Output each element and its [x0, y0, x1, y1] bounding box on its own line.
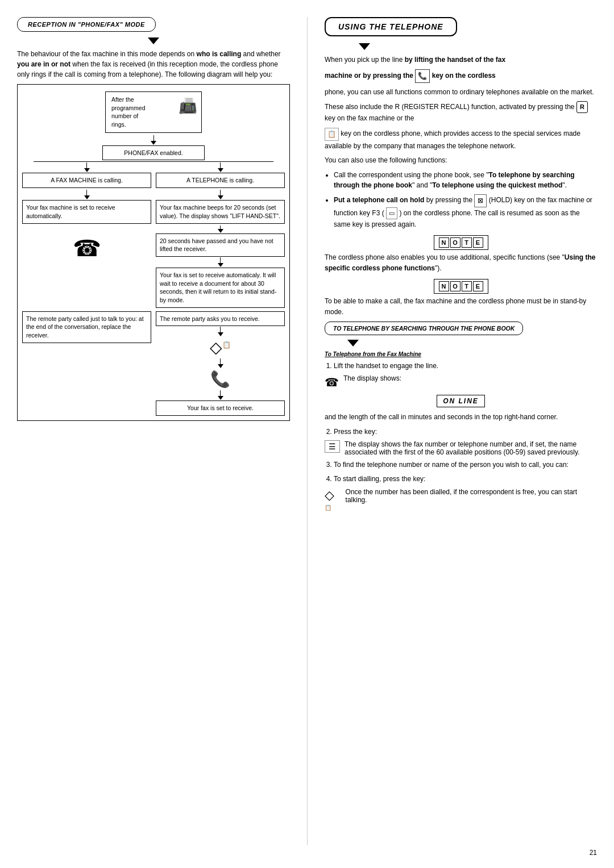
hold-key-icon: ⊠: [474, 194, 487, 207]
branch-fax-body: Your fax machine is set to receive autom…: [22, 200, 151, 223]
right-chevron-icon: [359, 43, 370, 50]
dial-key-icon: ◇📋: [210, 338, 231, 357]
handset-icon: ☎: [325, 375, 339, 389]
para-also-use: You can also use the following functions…: [325, 155, 597, 166]
steps-list-2: Press the key:: [334, 427, 597, 437]
flowchart: After the programmed number of rings. 📠 …: [17, 84, 290, 421]
right-column: Using the Telephone When you pick up the…: [325, 17, 597, 845]
on-line-display: ON LINE: [437, 395, 485, 407]
bottom-left-box: The remote party called just to talk to …: [22, 311, 151, 343]
branch-tel-header: A TELEPHONE is calling.: [156, 173, 285, 188]
note2-t: T: [462, 281, 472, 291]
function-list: Call the correspondent using the phone b…: [334, 170, 597, 229]
step-3: To find the telephone number or name of …: [334, 460, 597, 470]
recall-key-icon: 📋: [325, 128, 339, 141]
step-2: Press the key:: [334, 427, 597, 437]
column-divider: [307, 17, 308, 845]
left-intro: The behaviour of the fax machine in this…: [17, 49, 290, 80]
bullet-phonebook: Call the correspondent using the phone b…: [334, 170, 597, 191]
bullet-hold: Put a telephone call on hold by pressing…: [334, 194, 597, 229]
f3-key-icon: ▭: [386, 207, 397, 219]
sub-header-fax-machine: To Telephone from the Fax Machine: [325, 351, 597, 357]
bottom-right-box: The remote party asks you to receive.: [156, 311, 285, 327]
right-section-header: Using the Telephone: [325, 17, 457, 36]
step-1: Lift the handset to engage the line.: [334, 361, 597, 372]
display-shows-row: ☎ The display shows:: [325, 374, 597, 389]
note1-t: T: [462, 237, 472, 248]
step2-icon-row: ☰ The display shows the fax number or te…: [325, 440, 597, 456]
cordless-key-icon: 📞: [415, 69, 430, 83]
left-section-header: Reception in "Phone/Fax" Mode: [17, 17, 156, 32]
note1-text: The cordless phone also enables you to u…: [325, 252, 597, 273]
branch-tel-body: Your fax machine beeps for 20 seconds (s…: [156, 200, 285, 223]
note1-e: E: [473, 237, 483, 248]
phone-fax-enabled-box: PHONE/FAX enabled.: [102, 145, 205, 161]
menu-key-icon: ☰: [325, 440, 340, 453]
note2-e: E: [473, 281, 483, 291]
flowchart-top-box: After the programmed number of rings. 📠: [105, 91, 202, 133]
steps-list-4: To start dialling, press the key:: [334, 474, 597, 485]
note-box-1: N O T E: [325, 235, 597, 250]
receive-icon: 📞: [210, 370, 230, 389]
page-number: 21: [590, 849, 597, 857]
steps-list-3: To find the telephone number or name of …: [334, 460, 597, 470]
sub-header-phonebook: To Telephone by Searching Through the Ph…: [325, 322, 523, 335]
note1-o: O: [450, 237, 460, 248]
sub-header-chevron: [347, 340, 359, 347]
mid-note-box: 20 seconds have passed and you have not …: [156, 233, 285, 257]
dial-icon: ◇📋: [325, 488, 341, 518]
note2-n: N: [439, 281, 449, 291]
mid-body-box: Your fax is set to receive automaticaly.…: [156, 268, 285, 308]
para-lift-handset: When you pick up the line by lifting the…: [325, 55, 597, 65]
para-register-recall: These also include the R (REGISTER RECAL…: [325, 101, 597, 124]
para-key-cordless: machine or by pressing the 📞 key on the …: [325, 69, 597, 83]
note2-text: To be able to make a call, the fax machi…: [325, 296, 597, 317]
final-box: Your fax is set to receive.: [156, 400, 285, 416]
r-key: R: [576, 101, 588, 113]
note-box-2: N O T E: [325, 279, 597, 294]
branch-fax-header: A FAX MACHINE is calling.: [22, 173, 151, 188]
left-column: Reception in "Phone/Fax" Mode The behavi…: [17, 17, 290, 845]
para-cordless-key: 📋 key on the cordless phone, which provi…: [325, 128, 597, 151]
para-functions: phone, you can use all functions common …: [325, 87, 597, 98]
steps-list: Lift the handset to engage the line.: [334, 361, 597, 372]
step-4: To start dialling, press the key:: [334, 474, 597, 485]
display-note: and the length of the call in minutes an…: [325, 412, 597, 423]
note2-o: O: [450, 281, 460, 291]
chevron-icon: [148, 37, 159, 44]
step4-icon-row: ◇📋 Once the number has been dialled, if …: [325, 488, 597, 518]
note1-n: N: [439, 237, 449, 248]
